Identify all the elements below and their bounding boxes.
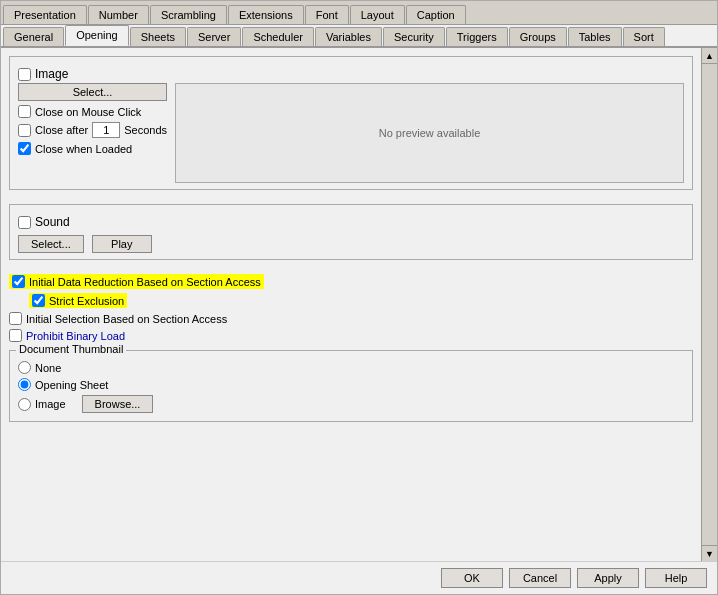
image-checkbox[interactable] xyxy=(18,68,31,81)
thumbnail-image-radio[interactable] xyxy=(18,398,31,411)
thumbnail-none-label: None xyxy=(35,362,61,374)
close-after-label: Close after xyxy=(35,124,88,136)
initial-data-row: Initial Data Reduction Based on Section … xyxy=(9,274,693,289)
image-controls: Select... Close on Mouse Click Close aft… xyxy=(18,83,167,183)
tab-sort[interactable]: Sort xyxy=(623,27,665,46)
cancel-button[interactable]: Cancel xyxy=(509,568,571,588)
scroll-up-arrow[interactable]: ▲ xyxy=(702,48,717,64)
tab-variables[interactable]: Variables xyxy=(315,27,382,46)
close-after-checkbox[interactable] xyxy=(18,124,31,137)
close-loaded-label: Close when Loaded xyxy=(35,143,132,155)
preview-box: No preview available xyxy=(175,83,684,183)
dialog: Presentation Number Scrambling Extension… xyxy=(0,0,718,595)
seconds-label: Seconds xyxy=(124,124,167,136)
close-loaded-checkbox[interactable] xyxy=(18,142,31,155)
footer: OK Cancel Apply Help xyxy=(1,561,717,594)
tab-sheets[interactable]: Sheets xyxy=(130,27,186,46)
help-button[interactable]: Help xyxy=(645,568,707,588)
initial-data-checkbox[interactable] xyxy=(12,275,25,288)
thumbnail-none-row: None xyxy=(18,361,684,374)
prohibit-binary-checkbox[interactable] xyxy=(9,329,22,342)
tab-tables[interactable]: Tables xyxy=(568,27,622,46)
bottom-content: Initial Data Reduction Based on Section … xyxy=(9,274,693,422)
sound-label: Sound xyxy=(35,215,70,229)
tab-triggers[interactable]: Triggers xyxy=(446,27,508,46)
thumbnail-opening-radio[interactable] xyxy=(18,378,31,391)
tab-caption[interactable]: Caption xyxy=(406,5,466,24)
tab-number[interactable]: Number xyxy=(88,5,149,24)
initial-selection-row: Initial Selection Based on Section Acces… xyxy=(9,312,693,325)
scroll-down-arrow[interactable]: ▼ xyxy=(702,545,717,561)
ok-button[interactable]: OK xyxy=(441,568,503,588)
close-mouse-row: Close on Mouse Click xyxy=(18,105,167,118)
thumbnail-none-radio[interactable] xyxy=(18,361,31,374)
initial-selection-checkbox[interactable] xyxy=(9,312,22,325)
prohibit-binary-label: Prohibit Binary Load xyxy=(26,330,125,342)
sound-header: Sound xyxy=(18,215,684,229)
image-select-button[interactable]: Select... xyxy=(18,83,167,101)
strict-exclusion-row: Strict Exclusion xyxy=(29,293,693,308)
tab-row-2: General Opening Sheets Server Scheduler … xyxy=(1,25,717,48)
thumbnail-browse-button[interactable]: Browse... xyxy=(82,395,154,413)
tab-scrambling[interactable]: Scrambling xyxy=(150,5,227,24)
tab-font[interactable]: Font xyxy=(305,5,349,24)
thumbnail-section: Document Thumbnail None Opening Sheet xyxy=(9,350,693,422)
sound-select-button[interactable]: Select... xyxy=(18,235,84,253)
tab-extensions[interactable]: Extensions xyxy=(228,5,304,24)
sound-play-button[interactable]: Play xyxy=(92,235,152,253)
sound-section: Sound Select... Play xyxy=(9,204,693,260)
tab-groups[interactable]: Groups xyxy=(509,27,567,46)
tab-row-1: Presentation Number Scrambling Extension… xyxy=(1,1,717,25)
strict-exclusion-checkbox[interactable] xyxy=(32,294,45,307)
close-loaded-row: Close when Loaded xyxy=(18,142,167,155)
preview-text: No preview available xyxy=(379,127,481,139)
image-label: Image xyxy=(35,67,68,81)
close-after-row: Close after 1 Seconds xyxy=(18,122,167,138)
main-area: Image Select... Close on Mouse Click Clo… xyxy=(1,48,717,561)
strict-exclusion-highlight: Strict Exclusion xyxy=(29,293,127,308)
thumbnail-image-row: Image Browse... xyxy=(18,395,684,413)
initial-selection-label: Initial Selection Based on Section Acces… xyxy=(26,313,227,325)
sound-checkbox[interactable] xyxy=(18,216,31,229)
image-body: Select... Close on Mouse Click Close aft… xyxy=(18,83,684,183)
thumbnail-opening-label: Opening Sheet xyxy=(35,379,108,391)
thumbnail-image-label: Image xyxy=(35,398,66,410)
tab-security[interactable]: Security xyxy=(383,27,445,46)
tab-presentation[interactable]: Presentation xyxy=(3,5,87,24)
image-header: Image xyxy=(18,67,684,81)
scroll-track xyxy=(702,64,717,545)
scrollbar[interactable]: ▲ ▼ xyxy=(701,48,717,561)
close-mouse-label: Close on Mouse Click xyxy=(35,106,141,118)
tab-server[interactable]: Server xyxy=(187,27,241,46)
radio-group: None Opening Sheet Image Browse... xyxy=(18,361,684,413)
thumbnail-opening-row: Opening Sheet xyxy=(18,378,684,391)
initial-data-highlight: Initial Data Reduction Based on Section … xyxy=(9,274,264,289)
apply-button[interactable]: Apply xyxy=(577,568,639,588)
image-section: Image Select... Close on Mouse Click Clo… xyxy=(9,56,693,190)
strict-exclusion-label: Strict Exclusion xyxy=(49,295,124,307)
thumbnail-section-label: Document Thumbnail xyxy=(16,343,126,355)
tab-layout[interactable]: Layout xyxy=(350,5,405,24)
tab-opening[interactable]: Opening xyxy=(65,25,129,46)
sound-body: Select... Play xyxy=(18,235,684,253)
prohibit-binary-row: Prohibit Binary Load xyxy=(9,329,693,342)
close-mouse-checkbox[interactable] xyxy=(18,105,31,118)
content-area: Image Select... Close on Mouse Click Clo… xyxy=(1,48,701,561)
initial-data-label: Initial Data Reduction Based on Section … xyxy=(29,276,261,288)
tab-scheduler[interactable]: Scheduler xyxy=(242,27,314,46)
tab-general[interactable]: General xyxy=(3,27,64,46)
close-after-input[interactable]: 1 xyxy=(92,122,120,138)
